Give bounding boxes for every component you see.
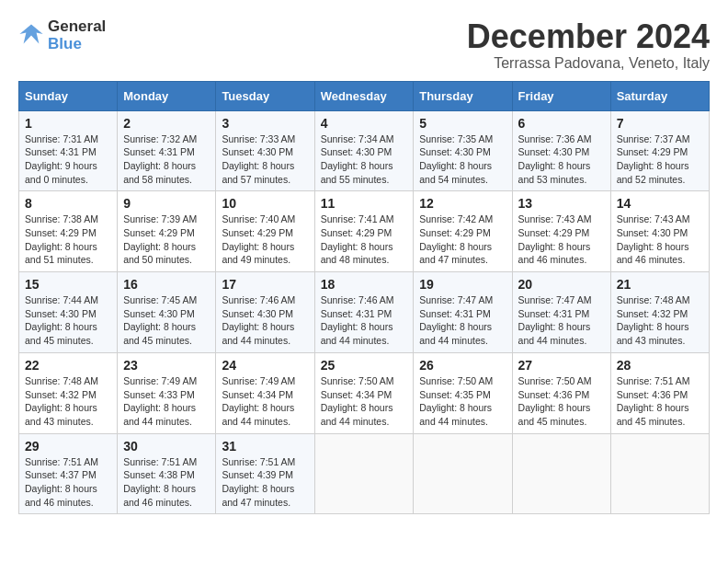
calendar-cell: 20Sunrise: 7:47 AM Sunset: 4:31 PM Dayli…: [512, 272, 610, 353]
calendar-cell: 10Sunrise: 7:40 AM Sunset: 4:29 PM Dayli…: [216, 191, 314, 272]
day-number: 20: [518, 277, 605, 292]
calendar-week-2: 8Sunrise: 7:38 AM Sunset: 4:29 PM Daylig…: [19, 191, 710, 272]
day-number: 12: [419, 196, 506, 211]
calendar-week-4: 22Sunrise: 7:48 AM Sunset: 4:32 PM Dayli…: [19, 352, 710, 433]
day-number: 24: [222, 358, 308, 373]
calendar-cell: 6Sunrise: 7:36 AM Sunset: 4:30 PM Daylig…: [512, 110, 610, 191]
calendar-cell: 17Sunrise: 7:46 AM Sunset: 4:30 PM Dayli…: [216, 272, 314, 353]
calendar-cell: 15Sunrise: 7:44 AM Sunset: 4:30 PM Dayli…: [19, 272, 118, 353]
calendar-cell: [414, 433, 512, 514]
calendar-cell: [314, 433, 414, 514]
month-title: December 2024: [467, 18, 710, 55]
day-number: 6: [518, 116, 605, 131]
calendar-cell: 9Sunrise: 7:39 AM Sunset: 4:29 PM Daylig…: [118, 191, 216, 272]
day-info: Sunrise: 7:39 AM Sunset: 4:29 PM Dayligh…: [123, 213, 210, 267]
calendar-cell: 18Sunrise: 7:46 AM Sunset: 4:31 PM Dayli…: [314, 272, 414, 353]
day-info: Sunrise: 7:49 AM Sunset: 4:33 PM Dayligh…: [123, 374, 210, 429]
day-info: Sunrise: 7:45 AM Sunset: 4:30 PM Dayligh…: [123, 293, 210, 348]
calendar-cell: 12Sunrise: 7:42 AM Sunset: 4:29 PM Dayli…: [414, 191, 512, 272]
calendar-cell: 16Sunrise: 7:45 AM Sunset: 4:30 PM Dayli…: [118, 272, 216, 353]
day-number: 8: [25, 196, 111, 211]
header-wednesday: Wednesday: [314, 81, 414, 110]
day-number: 21: [617, 277, 703, 292]
calendar-cell: [610, 433, 709, 514]
logo-icon: [18, 21, 44, 51]
day-info: Sunrise: 7:51 AM Sunset: 4:39 PM Dayligh…: [222, 455, 308, 510]
day-info: Sunrise: 7:33 AM Sunset: 4:30 PM Dayligh…: [222, 132, 308, 187]
day-info: Sunrise: 7:50 AM Sunset: 4:35 PM Dayligh…: [419, 374, 506, 429]
calendar-cell: 21Sunrise: 7:48 AM Sunset: 4:32 PM Dayli…: [610, 272, 709, 353]
logo-text: General Blue: [48, 18, 106, 52]
day-info: Sunrise: 7:32 AM Sunset: 4:31 PM Dayligh…: [123, 132, 210, 187]
day-info: Sunrise: 7:49 AM Sunset: 4:34 PM Dayligh…: [222, 374, 308, 429]
day-info: Sunrise: 7:43 AM Sunset: 4:30 PM Dayligh…: [617, 213, 703, 267]
day-info: Sunrise: 7:42 AM Sunset: 4:29 PM Dayligh…: [419, 213, 506, 267]
header-sunday: Sunday: [19, 81, 118, 110]
day-number: 22: [25, 358, 111, 373]
day-number: 5: [419, 116, 506, 131]
day-number: 2: [123, 116, 210, 131]
calendar-cell: 24Sunrise: 7:49 AM Sunset: 4:34 PM Dayli…: [216, 352, 314, 433]
day-number: 30: [123, 439, 210, 454]
calendar-cell: 31Sunrise: 7:51 AM Sunset: 4:39 PM Dayli…: [216, 433, 314, 514]
header-thursday: Thursday: [414, 81, 512, 110]
day-info: Sunrise: 7:40 AM Sunset: 4:29 PM Dayligh…: [222, 213, 308, 267]
calendar-cell: 25Sunrise: 7:50 AM Sunset: 4:34 PM Dayli…: [314, 352, 414, 433]
calendar-cell: 7Sunrise: 7:37 AM Sunset: 4:29 PM Daylig…: [610, 110, 709, 191]
day-info: Sunrise: 7:51 AM Sunset: 4:38 PM Dayligh…: [123, 455, 210, 510]
day-number: 19: [419, 277, 506, 292]
header: General Blue December 2024 Terrassa Pado…: [18, 18, 710, 72]
day-number: 18: [321, 277, 408, 292]
header-friday: Friday: [512, 81, 610, 110]
day-number: 1: [25, 116, 111, 131]
day-number: 14: [617, 196, 703, 211]
header-monday: Monday: [118, 81, 216, 110]
day-number: 29: [25, 439, 111, 454]
calendar-cell: 2Sunrise: 7:32 AM Sunset: 4:31 PM Daylig…: [118, 110, 216, 191]
calendar-cell: 5Sunrise: 7:35 AM Sunset: 4:30 PM Daylig…: [414, 110, 512, 191]
day-number: 23: [123, 358, 210, 373]
day-number: 28: [617, 358, 703, 373]
calendar-cell: [512, 433, 610, 514]
day-info: Sunrise: 7:36 AM Sunset: 4:30 PM Dayligh…: [518, 132, 605, 187]
calendar-cell: 27Sunrise: 7:50 AM Sunset: 4:36 PM Dayli…: [512, 352, 610, 433]
day-info: Sunrise: 7:51 AM Sunset: 4:36 PM Dayligh…: [617, 374, 703, 429]
day-info: Sunrise: 7:46 AM Sunset: 4:30 PM Dayligh…: [222, 293, 308, 348]
day-number: 26: [419, 358, 506, 373]
calendar-cell: 26Sunrise: 7:50 AM Sunset: 4:35 PM Dayli…: [414, 352, 512, 433]
day-number: 10: [222, 196, 308, 211]
calendar-week-5: 29Sunrise: 7:51 AM Sunset: 4:37 PM Dayli…: [19, 433, 710, 514]
logo: General Blue: [18, 18, 106, 52]
day-info: Sunrise: 7:51 AM Sunset: 4:37 PM Dayligh…: [25, 455, 111, 510]
calendar-header-row: SundayMondayTuesdayWednesdayThursdayFrid…: [19, 81, 710, 110]
calendar-cell: 8Sunrise: 7:38 AM Sunset: 4:29 PM Daylig…: [19, 191, 118, 272]
day-info: Sunrise: 7:47 AM Sunset: 4:31 PM Dayligh…: [419, 293, 506, 348]
calendar-cell: 19Sunrise: 7:47 AM Sunset: 4:31 PM Dayli…: [414, 272, 512, 353]
day-number: 31: [222, 439, 308, 454]
day-number: 16: [123, 277, 210, 292]
day-info: Sunrise: 7:50 AM Sunset: 4:36 PM Dayligh…: [518, 374, 605, 429]
day-info: Sunrise: 7:35 AM Sunset: 4:30 PM Dayligh…: [419, 132, 506, 187]
header-saturday: Saturday: [610, 81, 709, 110]
calendar-cell: 29Sunrise: 7:51 AM Sunset: 4:37 PM Dayli…: [19, 433, 118, 514]
day-info: Sunrise: 7:43 AM Sunset: 4:29 PM Dayligh…: [518, 213, 605, 267]
title-block: December 2024 Terrassa Padovana, Veneto,…: [467, 18, 710, 72]
day-info: Sunrise: 7:34 AM Sunset: 4:30 PM Dayligh…: [321, 132, 408, 187]
day-info: Sunrise: 7:41 AM Sunset: 4:29 PM Dayligh…: [321, 213, 408, 267]
calendar-table: SundayMondayTuesdayWednesdayThursdayFrid…: [18, 81, 710, 515]
day-info: Sunrise: 7:46 AM Sunset: 4:31 PM Dayligh…: [321, 293, 408, 348]
day-number: 13: [518, 196, 605, 211]
calendar-cell: 3Sunrise: 7:33 AM Sunset: 4:30 PM Daylig…: [216, 110, 314, 191]
calendar-week-3: 15Sunrise: 7:44 AM Sunset: 4:30 PM Dayli…: [19, 272, 710, 353]
calendar-cell: 13Sunrise: 7:43 AM Sunset: 4:29 PM Dayli…: [512, 191, 610, 272]
day-number: 25: [321, 358, 408, 373]
day-number: 11: [321, 196, 408, 211]
day-number: 7: [617, 116, 703, 131]
calendar-cell: 1Sunrise: 7:31 AM Sunset: 4:31 PM Daylig…: [19, 110, 118, 191]
day-number: 4: [321, 116, 408, 131]
day-info: Sunrise: 7:48 AM Sunset: 4:32 PM Dayligh…: [617, 293, 703, 348]
day-number: 17: [222, 277, 308, 292]
header-tuesday: Tuesday: [216, 81, 314, 110]
day-info: Sunrise: 7:47 AM Sunset: 4:31 PM Dayligh…: [518, 293, 605, 348]
day-info: Sunrise: 7:44 AM Sunset: 4:30 PM Dayligh…: [25, 293, 111, 348]
